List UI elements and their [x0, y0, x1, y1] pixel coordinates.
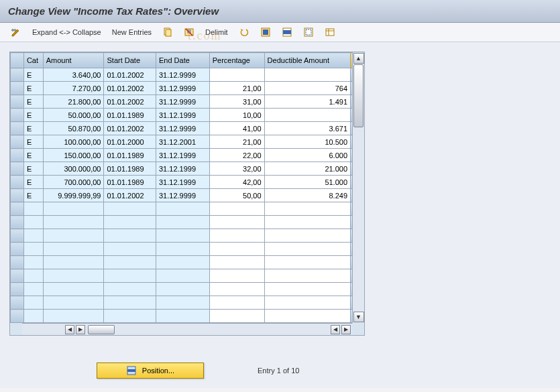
- cell-percentage[interactable]: 32,00: [209, 162, 264, 176]
- cell-percentage[interactable]: 22,00: [209, 149, 264, 162]
- row-marker[interactable]: [11, 202, 24, 216]
- cell-deductible[interactable]: [264, 243, 350, 256]
- cell-deductible[interactable]: 51.000: [264, 176, 350, 189]
- cell-cat[interactable]: [23, 216, 43, 229]
- table-row[interactable]: E50.870,0001.01.200231.12.999941,003.671: [11, 122, 364, 135]
- delimit-button[interactable]: Delimit: [203, 27, 231, 37]
- cell-start-date[interactable]: [104, 283, 156, 296]
- cell-start-date[interactable]: [104, 269, 156, 283]
- cell-deductible[interactable]: 10.500: [264, 135, 350, 149]
- cell-end-date[interactable]: [156, 283, 209, 296]
- cell-cat[interactable]: E: [23, 189, 43, 202]
- undo-button[interactable]: [236, 26, 252, 38]
- position-button[interactable]: Position...: [97, 363, 204, 379]
- col-header-deductible[interactable]: Deductible Amount: [264, 53, 350, 68]
- hscroll-left-button[interactable]: ◀: [65, 325, 74, 334]
- row-marker[interactable]: [11, 189, 24, 202]
- table-row-empty[interactable]: [11, 283, 364, 296]
- cell-cat[interactable]: E: [23, 122, 43, 135]
- cell-end-date[interactable]: 31.12.2001: [156, 135, 209, 149]
- cell-start-date[interactable]: [104, 256, 156, 269]
- cell-cat[interactable]: E: [23, 82, 43, 95]
- horizontal-scrollbar[interactable]: ◀ ▶ ◀ ▶: [22, 323, 352, 335]
- cell-cat[interactable]: [23, 283, 43, 296]
- delete-button[interactable]: [181, 26, 197, 38]
- row-marker[interactable]: [11, 162, 24, 176]
- cell-end-date[interactable]: 31.12.1999: [156, 109, 209, 122]
- table-row-empty[interactable]: [11, 229, 364, 243]
- select-all-button[interactable]: [258, 26, 274, 38]
- cell-amount[interactable]: 21.800,00: [43, 95, 104, 109]
- cell-deductible[interactable]: [264, 229, 350, 243]
- cell-start-date[interactable]: 01.01.1989: [104, 176, 156, 189]
- cell-amount[interactable]: [43, 256, 104, 269]
- cell-percentage[interactable]: [209, 216, 264, 229]
- cell-deductible[interactable]: [264, 310, 350, 323]
- cell-start-date[interactable]: [104, 243, 156, 256]
- row-marker[interactable]: [11, 229, 24, 243]
- cell-start-date[interactable]: 01.01.1989: [104, 149, 156, 162]
- row-marker[interactable]: [11, 68, 24, 82]
- cell-deductible[interactable]: 764: [264, 82, 350, 95]
- scroll-thumb[interactable]: [353, 64, 363, 127]
- cell-percentage[interactable]: [209, 229, 264, 243]
- col-header-percentage[interactable]: Percentage: [209, 53, 264, 68]
- cell-percentage[interactable]: 21,00: [209, 135, 264, 149]
- cell-cat[interactable]: [23, 269, 43, 283]
- cell-percentage[interactable]: 50,00: [209, 189, 264, 202]
- cell-amount[interactable]: 700.000,00: [43, 176, 104, 189]
- cell-percentage[interactable]: [209, 243, 264, 256]
- cell-amount[interactable]: [43, 296, 104, 310]
- row-marker[interactable]: [11, 283, 24, 296]
- scroll-down-button[interactable]: ▼: [353, 312, 364, 322]
- cell-end-date[interactable]: [156, 310, 209, 323]
- cell-end-date[interactable]: [156, 296, 209, 310]
- col-header-cat[interactable]: Cat: [23, 53, 43, 68]
- cell-end-date[interactable]: 31.12.9999: [156, 122, 209, 135]
- cell-start-date[interactable]: [104, 229, 156, 243]
- cell-deductible[interactable]: 6.000: [264, 149, 350, 162]
- table-row[interactable]: E7.270,0001.01.200231.12.999921,00764: [11, 82, 364, 95]
- cell-percentage[interactable]: [209, 68, 264, 82]
- cell-start-date[interactable]: 01.01.2002: [104, 122, 156, 135]
- cell-start-date[interactable]: [104, 216, 156, 229]
- deselect-all-button[interactable]: [300, 26, 317, 38]
- cell-start-date[interactable]: 01.01.1989: [104, 109, 156, 122]
- cell-end-date[interactable]: 31.12.9999: [156, 82, 209, 95]
- table-row-empty[interactable]: [11, 243, 364, 256]
- cell-amount[interactable]: 50.870,00: [43, 122, 104, 135]
- cell-deductible[interactable]: 21.000: [264, 162, 350, 176]
- toggle-display-change-button[interactable]: [8, 26, 24, 38]
- cell-deductible[interactable]: 1.491: [264, 95, 350, 109]
- table-row-empty[interactable]: [11, 269, 364, 283]
- scroll-up-button[interactable]: ▲: [353, 53, 364, 64]
- cell-amount[interactable]: [43, 229, 104, 243]
- cell-amount[interactable]: [43, 202, 104, 216]
- row-selector-header[interactable]: [11, 53, 24, 68]
- row-marker[interactable]: [11, 82, 24, 95]
- cell-percentage[interactable]: [209, 202, 264, 216]
- table-row[interactable]: E3.640,0001.01.200231.12.9999: [11, 68, 364, 82]
- row-marker[interactable]: [11, 296, 24, 310]
- cell-percentage[interactable]: 42,00: [209, 176, 264, 189]
- scroll-track[interactable]: [353, 64, 364, 311]
- cell-amount[interactable]: [43, 283, 104, 296]
- row-marker[interactable]: [11, 135, 24, 149]
- cell-start-date[interactable]: 01.01.2002: [104, 68, 156, 82]
- cell-amount[interactable]: 150.000,00: [43, 149, 104, 162]
- cell-cat[interactable]: [23, 243, 43, 256]
- cell-cat[interactable]: [23, 310, 43, 323]
- cell-cat[interactable]: [23, 202, 43, 216]
- hscroll-right-button[interactable]: ▶: [76, 325, 85, 334]
- cell-end-date[interactable]: 31.12.1999: [156, 149, 209, 162]
- col-header-start-date[interactable]: Start Date: [104, 53, 156, 68]
- table-row[interactable]: E100.000,0001.01.200031.12.200121,0010.5…: [11, 135, 364, 149]
- cell-amount[interactable]: [43, 243, 104, 256]
- cell-deductible[interactable]: 8.249: [264, 189, 350, 202]
- cell-end-date[interactable]: 31.12.1999: [156, 162, 209, 176]
- hscroll-left2-button[interactable]: ◀: [331, 325, 340, 334]
- row-marker[interactable]: [11, 95, 24, 109]
- table-row-empty[interactable]: [11, 202, 364, 216]
- cell-amount[interactable]: 50.000,00: [43, 109, 104, 122]
- cell-percentage[interactable]: 10,00: [209, 109, 264, 122]
